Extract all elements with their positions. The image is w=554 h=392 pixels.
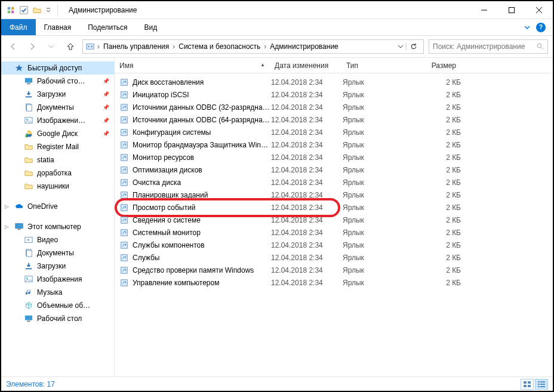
qat-folder-icon[interactable] bbox=[32, 5, 42, 15]
nav-quick-item[interactable]: Рабочий сто…📌 bbox=[1, 75, 114, 88]
minimize-button[interactable] bbox=[470, 1, 498, 19]
svg-rect-7 bbox=[509, 7, 515, 13]
nav-quick-access[interactable]: Быстрый доступ bbox=[1, 61, 114, 75]
file-row[interactable]: Источники данных ODBC (64-разрядна…12.04… bbox=[115, 113, 553, 126]
nav-label: Быстрый доступ bbox=[27, 64, 82, 72]
nav-pc-item[interactable]: Изображения bbox=[1, 273, 114, 286]
address-dropdown-icon[interactable] bbox=[395, 44, 406, 50]
file-row[interactable]: Системный монитор12.04.2018 2:34Ярлык2 К… bbox=[115, 226, 553, 239]
nav-onedrive[interactable]: ▷ OneDrive bbox=[1, 200, 114, 213]
refresh-button[interactable] bbox=[406, 43, 421, 50]
col-date[interactable]: Дата изменения bbox=[270, 61, 341, 70]
nav-pc-item[interactable]: Загрузки bbox=[1, 260, 114, 273]
col-name[interactable]: Имя▲ bbox=[115, 61, 270, 70]
nav-this-pc[interactable]: ▷ Этот компьютер bbox=[1, 220, 114, 233]
shortcut-icon bbox=[119, 203, 129, 212]
chevron-icon[interactable]: › bbox=[171, 42, 176, 51]
nav-pc-item[interactable]: Музыка bbox=[1, 286, 114, 299]
file-row[interactable]: Службы компонентов12.04.2018 2:34Ярлык2 … bbox=[115, 239, 553, 251]
file-date: 12.04.2018 2:34 bbox=[271, 141, 343, 149]
chevron-icon[interactable]: › bbox=[96, 42, 101, 51]
breadcrumb[interactable]: Система и безопасность bbox=[176, 42, 263, 51]
breadcrumb[interactable]: Панель управления bbox=[101, 42, 171, 51]
file-name: Службы bbox=[133, 254, 159, 262]
view-details-button[interactable] bbox=[535, 379, 548, 390]
maximize-button[interactable] bbox=[498, 1, 525, 19]
up-button[interactable] bbox=[63, 39, 78, 54]
nav-quick-item[interactable]: Register Mail bbox=[1, 140, 114, 153]
file-size: 2 КБ bbox=[408, 166, 461, 174]
search-icon[interactable] bbox=[537, 43, 544, 50]
recent-dropdown[interactable] bbox=[44, 39, 59, 54]
svg-rect-54 bbox=[540, 381, 545, 382]
file-row[interactable]: Просмотр событий12.04.2018 2:34Ярлык2 КБ bbox=[115, 201, 553, 214]
file-name: Просмотр событий bbox=[133, 203, 195, 212]
col-type[interactable]: Тип bbox=[341, 61, 407, 70]
file-row[interactable]: Диск восстановления12.04.2018 2:34Ярлык2… bbox=[115, 76, 553, 88]
qat-checkbox-icon[interactable] bbox=[19, 5, 29, 15]
tab-share[interactable]: Поделиться bbox=[79, 19, 136, 35]
nav-pc-item[interactable]: Рабочий стол bbox=[1, 312, 114, 325]
breadcrumb[interactable]: Администрирование bbox=[267, 42, 340, 51]
title-bar: Администрирование bbox=[1, 1, 553, 19]
ribbon-expand-icon[interactable] bbox=[524, 24, 530, 30]
file-row[interactable]: Очистка диска12.04.2018 2:34Ярлык2 КБ bbox=[115, 176, 553, 189]
chevron-icon[interactable]: › bbox=[263, 42, 267, 51]
file-row[interactable]: Сведения о системе12.04.2018 2:34Ярлык2 … bbox=[115, 214, 553, 226]
file-name: Службы компонентов bbox=[133, 241, 205, 249]
sort-indicator-icon: ▲ bbox=[260, 62, 265, 67]
nav-pc-item[interactable]: Видео bbox=[1, 233, 114, 246]
nav-pc-item[interactable]: Объемные об… bbox=[1, 299, 114, 312]
file-name: Оптимизация дисков bbox=[133, 166, 202, 174]
file-row[interactable]: Монитор брандмауэра Защитника Win…12.04.… bbox=[115, 138, 553, 151]
forward-button[interactable] bbox=[25, 39, 39, 54]
file-type: Ярлык bbox=[343, 78, 408, 87]
file-name: Средство проверки памяти Windows bbox=[133, 266, 254, 274]
nav-quick-item[interactable]: Загрузки📌 bbox=[1, 88, 114, 101]
nav-quick-item[interactable]: statia bbox=[1, 153, 114, 166]
nav-quick-item[interactable]: Изображени…📌 bbox=[1, 114, 114, 127]
expand-icon[interactable]: ▷ bbox=[5, 224, 9, 230]
qat-dropdown-icon[interactable] bbox=[45, 5, 51, 15]
tab-view[interactable]: Вид bbox=[136, 19, 165, 35]
help-icon[interactable]: ? bbox=[536, 23, 546, 32]
column-headers: Имя▲ Дата изменения Тип Размер bbox=[115, 58, 553, 73]
file-row[interactable]: Планировщик заданий12.04.2018 2:34Ярлык2… bbox=[115, 189, 553, 201]
shortcut-icon bbox=[119, 115, 129, 125]
close-button[interactable] bbox=[525, 1, 553, 19]
nav-quick-item[interactable]: наушники bbox=[1, 180, 114, 193]
svg-rect-16 bbox=[27, 84, 30, 85]
nav-quick-item[interactable]: доработка bbox=[1, 166, 114, 180]
file-row[interactable]: Монитор ресурсов12.04.2018 2:34Ярлык2 КБ bbox=[115, 151, 553, 163]
search-input[interactable] bbox=[433, 42, 537, 51]
file-name: Монитор брандмауэра Защитника Win… bbox=[133, 141, 268, 149]
nav-quick-item[interactable]: Документы📌 bbox=[1, 101, 114, 114]
3d-icon bbox=[24, 301, 33, 310]
file-tab[interactable]: Файл bbox=[1, 19, 36, 35]
svg-point-21 bbox=[26, 119, 28, 121]
back-button[interactable] bbox=[6, 39, 20, 54]
nav-quick-item[interactable]: Google Диск📌 bbox=[1, 127, 114, 140]
file-size: 2 КБ bbox=[408, 266, 461, 274]
file-row[interactable]: Конфигурация системы12.04.2018 2:34Ярлык… bbox=[115, 126, 553, 138]
search-box[interactable] bbox=[429, 39, 548, 54]
file-row[interactable]: Оптимизация дисков12.04.2018 2:34Ярлык2 … bbox=[115, 163, 553, 176]
file-row[interactable]: Управление компьютером12.04.2018 2:34Ярл… bbox=[115, 276, 553, 289]
expand-icon[interactable]: ▷ bbox=[5, 203, 9, 209]
tab-home[interactable]: Главная bbox=[36, 19, 80, 35]
file-list[interactable]: Диск восстановления12.04.2018 2:34Ярлык2… bbox=[115, 73, 553, 376]
file-name: Конфигурация системы bbox=[133, 128, 211, 137]
file-row[interactable]: Службы12.04.2018 2:34Ярлык2 КБ bbox=[115, 251, 553, 264]
file-type: Ярлык bbox=[343, 254, 408, 262]
col-size[interactable]: Размер bbox=[407, 61, 461, 70]
qat-properties-icon[interactable] bbox=[6, 5, 16, 15]
view-large-button[interactable] bbox=[521, 379, 534, 390]
file-row[interactable]: Источники данных ODBC (32-разрядна…12.04… bbox=[115, 101, 553, 113]
file-row[interactable]: Инициатор iSCSI12.04.2018 2:34Ярлык2 КБ bbox=[115, 88, 553, 101]
file-row[interactable]: Средство проверки памяти Windows12.04.20… bbox=[115, 264, 553, 276]
nav-pc-item[interactable]: Документы bbox=[1, 246, 114, 260]
nav-label: Видео bbox=[37, 236, 58, 244]
navigation-pane[interactable]: Быстрый доступ Рабочий сто…📌Загрузки📌Док… bbox=[1, 58, 115, 376]
svg-rect-51 bbox=[524, 385, 527, 387]
address-bar[interactable]: › Панель управления › Система и безопасн… bbox=[82, 39, 424, 54]
